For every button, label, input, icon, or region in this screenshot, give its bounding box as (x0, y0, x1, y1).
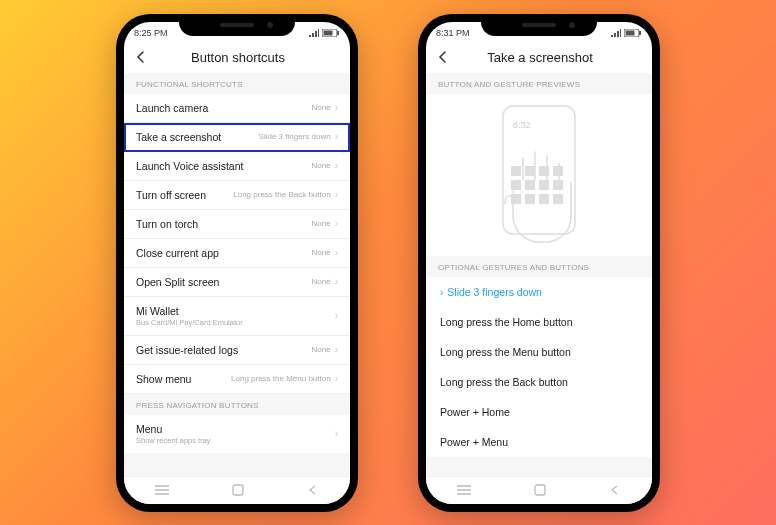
selected-chevron-icon: › (440, 287, 443, 298)
row-label: Show menu (136, 373, 191, 385)
row-value: Long press the Back button (233, 190, 330, 200)
shortcut-row[interactable]: MenuShow recent apps tray› (124, 415, 350, 453)
chevron-right-icon: › (335, 218, 338, 229)
gesture-option[interactable]: ›Slide 3 fingers down (426, 277, 652, 307)
row-label: Menu (136, 423, 211, 435)
row-label: Launch camera (136, 102, 208, 114)
svg-rect-19 (539, 194, 549, 204)
svg-rect-1 (337, 31, 339, 35)
phone-left: 8:25 PM Button shortcuts FUNCTIONAL SHOR… (116, 14, 358, 512)
screen-left: 8:25 PM Button shortcuts FUNCTIONAL SHOR… (124, 22, 350, 504)
chevron-right-icon: › (335, 344, 338, 355)
content-area: FUNCTIONAL SHORTCUTS Launch cameraNone›T… (124, 73, 350, 476)
svg-rect-2 (324, 30, 333, 35)
option-label: Slide 3 fingers down (447, 286, 542, 298)
row-value: None (312, 103, 331, 113)
gesture-option[interactable]: Power + Menu (426, 427, 652, 457)
nav-back-icon[interactable] (307, 484, 319, 496)
phone-right: 8:31 PM Take a screenshot BUTTON AND GES… (418, 14, 660, 512)
row-value: Long press the Menu button (231, 374, 331, 384)
option-label: Power + Menu (440, 436, 508, 448)
svg-rect-9 (511, 166, 521, 176)
shortcut-row[interactable]: Turn on torchNone› (124, 210, 350, 239)
shortcut-row[interactable]: Open Split screenNone› (124, 268, 350, 297)
shortcut-row[interactable]: Launch Voice assistantNone› (124, 152, 350, 181)
svg-rect-21 (535, 485, 545, 495)
screen-right: 8:31 PM Take a screenshot BUTTON AND GES… (426, 22, 652, 504)
notch (179, 14, 295, 36)
nav-menu-icon[interactable] (155, 485, 169, 495)
shortcut-row[interactable]: Launch cameraNone› (124, 94, 350, 123)
row-label: Open Split screen (136, 276, 219, 288)
notch (481, 14, 597, 36)
option-label: Long press the Home button (440, 316, 573, 328)
shortcut-list: Launch cameraNone›Take a screenshotSlide… (124, 94, 350, 394)
row-label: Mi Wallet (136, 305, 243, 317)
gesture-option[interactable]: Long press the Home button (426, 307, 652, 337)
option-label: Power + Home (440, 406, 510, 418)
content-area: BUTTON AND GESTURE PREVIEWS 6:32 (426, 73, 652, 476)
section-functional-shortcuts: FUNCTIONAL SHORTCUTS (124, 73, 350, 94)
nav-home-icon[interactable] (534, 484, 546, 496)
svg-rect-13 (511, 180, 521, 190)
chevron-right-icon: › (335, 428, 338, 439)
chevron-right-icon: › (335, 310, 338, 321)
svg-rect-5 (639, 31, 641, 35)
nav-button-list: MenuShow recent apps tray› (124, 415, 350, 453)
signal-icon (309, 29, 319, 37)
svg-rect-20 (553, 194, 563, 204)
row-value: None (312, 345, 331, 355)
shortcut-row[interactable]: Close current appNone› (124, 239, 350, 268)
status-icons (611, 29, 642, 37)
row-value: None (312, 219, 331, 229)
header: Button shortcuts (124, 44, 350, 73)
status-icons (309, 29, 340, 37)
svg-rect-15 (539, 180, 549, 190)
svg-rect-6 (626, 30, 635, 35)
section-optional-gestures: OPTIONAL GESTURES AND BUTTONS (426, 256, 652, 277)
svg-rect-14 (525, 180, 535, 190)
gesture-option[interactable]: Long press the Back button (426, 367, 652, 397)
nav-bar (124, 476, 350, 504)
page-title: Take a screenshot (438, 50, 642, 65)
shortcut-row[interactable]: Show menuLong press the Menu button› (124, 365, 350, 394)
chevron-right-icon: › (335, 247, 338, 258)
row-label: Turn on torch (136, 218, 198, 230)
chevron-right-icon: › (335, 189, 338, 200)
shortcut-row[interactable]: Mi WalletBus Card/Mi Pay/Card Emulator› (124, 297, 350, 336)
row-label: Turn off screen (136, 189, 206, 201)
nav-back-icon[interactable] (609, 484, 621, 496)
header: Take a screenshot (426, 44, 652, 73)
row-label: Close current app (136, 247, 219, 259)
status-time: 8:31 PM (436, 28, 470, 38)
battery-icon (624, 29, 642, 37)
row-label: Launch Voice assistant (136, 160, 243, 172)
signal-icon (611, 29, 621, 37)
svg-rect-3 (233, 485, 243, 495)
gesture-option[interactable]: Long press the Menu button (426, 337, 652, 367)
row-value: None (312, 277, 331, 287)
nav-home-icon[interactable] (232, 484, 244, 496)
row-value: None (312, 248, 331, 258)
svg-rect-12 (553, 166, 563, 176)
page-title: Button shortcuts (136, 50, 340, 65)
chevron-right-icon: › (335, 373, 338, 384)
chevron-right-icon: › (335, 160, 338, 171)
chevron-right-icon: › (335, 131, 338, 142)
svg-text:6:32: 6:32 (513, 120, 531, 130)
option-label: Long press the Menu button (440, 346, 571, 358)
shortcut-row[interactable]: Get issue-related logsNone› (124, 336, 350, 365)
shortcut-row[interactable]: Take a screenshotSlide 3 fingers down› (124, 123, 350, 152)
status-time: 8:25 PM (134, 28, 168, 38)
section-previews: BUTTON AND GESTURE PREVIEWS (426, 73, 652, 94)
row-sublabel: Show recent apps tray (136, 436, 211, 445)
shortcut-row[interactable]: Turn off screenLong press the Back butto… (124, 181, 350, 210)
nav-menu-icon[interactable] (457, 485, 471, 495)
battery-icon (322, 29, 340, 37)
gesture-option-list: ›Slide 3 fingers downLong press the Home… (426, 277, 652, 457)
svg-rect-16 (553, 180, 563, 190)
section-press-nav-buttons: PRESS NAVIGATION BUTTONS (124, 394, 350, 415)
option-label: Long press the Back button (440, 376, 568, 388)
svg-rect-18 (525, 194, 535, 204)
gesture-option[interactable]: Power + Home (426, 397, 652, 427)
